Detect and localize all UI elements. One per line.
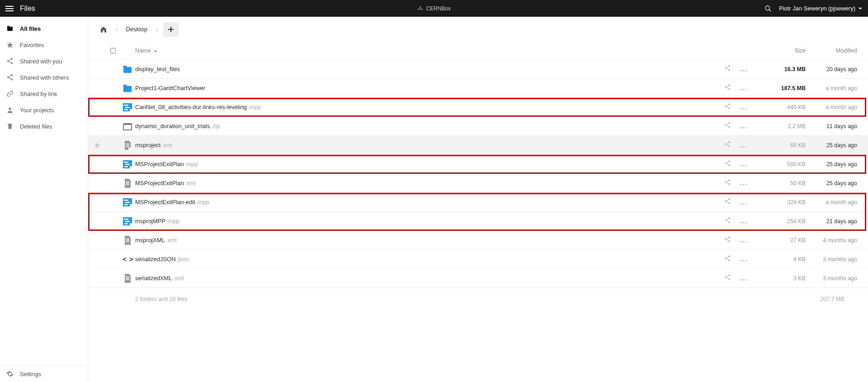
sidebar-item-shared-by-link[interactable]: Shared by link — [0, 86, 88, 102]
share-icon[interactable] — [724, 179, 731, 187]
svg-point-16 — [7, 76, 9, 78]
more-icon[interactable] — [740, 84, 747, 92]
more-icon[interactable] — [740, 122, 747, 130]
sidebar-item-favorites[interactable]: Favorites — [0, 37, 88, 53]
table-row[interactable]: serializedXML.xml3 KB3 months ago — [88, 269, 868, 288]
more-icon[interactable] — [740, 274, 747, 282]
user-menu[interactable]: Piotr Jan Seweryn (pjsewery) — [779, 5, 863, 12]
svg-rect-54 — [126, 146, 129, 147]
breadcrumb-home[interactable] — [94, 23, 113, 36]
menu-icon[interactable] — [5, 5, 14, 13]
file-name[interactable]: display_test_files — [135, 66, 715, 72]
mpp-file-icon — [122, 216, 133, 227]
file-modified: 11 days ago — [806, 123, 860, 129]
share-icon[interactable] — [724, 198, 731, 206]
svg-point-25 — [743, 70, 744, 71]
file-name[interactable]: CanNet_08_activities-dur-links-res-level… — [135, 104, 715, 110]
breadcrumb-item[interactable]: Desktop — [120, 23, 153, 35]
sidebar-settings[interactable]: Settings — [0, 366, 88, 382]
svg-point-80 — [743, 184, 744, 185]
svg-point-5 — [418, 9, 419, 10]
more-icon[interactable] — [740, 141, 747, 149]
svg-point-113 — [728, 255, 730, 257]
json-file-icon: < > — [123, 255, 133, 263]
svg-point-30 — [741, 89, 742, 90]
file-name[interactable]: dynamic_duration_unit_trials.zip — [135, 123, 715, 129]
favorite-toggle[interactable] — [88, 142, 106, 149]
svg-rect-0 — [5, 6, 14, 7]
svg-point-40 — [728, 107, 730, 109]
svg-point-100 — [728, 221, 730, 223]
toolbar: › Desktop › — [88, 17, 868, 42]
app-title[interactable]: Files — [20, 5, 35, 13]
svg-point-127 — [745, 279, 747, 280]
file-size: 65 KB — [756, 142, 806, 148]
table-row[interactable]: MSProjectExitPlan.xml50 KB25 days ago — [88, 174, 868, 193]
svg-line-9 — [421, 9, 421, 9]
sidebar-item-your-projects[interactable]: Your projects — [0, 102, 88, 118]
sidebar-item-shared-with-others[interactable]: Shared with others — [0, 69, 88, 86]
svg-rect-104 — [126, 239, 129, 239]
svg-point-31 — [743, 89, 744, 90]
share-icon[interactable] — [724, 84, 731, 92]
share-icon[interactable] — [724, 255, 731, 263]
more-icon[interactable] — [740, 160, 747, 168]
column-size[interactable]: Size — [756, 48, 806, 54]
select-all-checkbox[interactable] — [110, 48, 116, 53]
table-row[interactable]: Project1-GanttChartViewer187.5 MBa month… — [88, 79, 868, 98]
table-row[interactable]: MSProjectExitPlan.mpp560 KB25 days ago — [88, 155, 868, 174]
svg-point-89 — [728, 202, 730, 204]
more-icon[interactable] — [740, 179, 747, 187]
file-table: Name▲ Size Modified display_test_files16… — [88, 42, 868, 310]
sidebar-item-label: Shared by link — [20, 91, 57, 97]
file-modified: 20 days ago — [806, 66, 860, 72]
file-name[interactable]: MSProjectExitPlan.xml — [135, 180, 715, 186]
svg-rect-106 — [126, 241, 129, 242]
table-row[interactable]: display_test_files16.3 MB20 days ago — [88, 60, 868, 79]
column-name[interactable]: Name▲ — [135, 47, 715, 54]
table-row[interactable]: MSProjectExitPlan-edit.mpp328 KBa month … — [88, 193, 868, 212]
table-row[interactable]: msprojMPP.mpp254 KB21 days ago — [88, 212, 868, 231]
file-name[interactable]: serializedXML.xml — [135, 275, 715, 282]
share-icon[interactable] — [724, 274, 731, 282]
more-icon[interactable] — [740, 255, 747, 263]
more-icon[interactable] — [740, 198, 747, 206]
table-row[interactable]: msprojXML.xml27 KB4 months ago — [88, 231, 868, 250]
brand: CERNBox — [417, 5, 451, 12]
svg-point-39 — [725, 105, 727, 107]
file-name[interactable]: serializedJSON.json — [135, 256, 715, 263]
file-name[interactable]: MSProjectExitPlan-edit.mpp — [135, 199, 715, 205]
sidebar-item-deleted-files[interactable]: Deleted files — [0, 118, 88, 134]
table-row[interactable]: CanNet_08_activities-dur-links-res-level… — [88, 98, 868, 117]
share-icon[interactable] — [724, 141, 731, 149]
share-icon[interactable] — [724, 65, 731, 73]
file-name[interactable]: msprojXML.xml — [135, 237, 715, 244]
more-icon[interactable] — [740, 65, 747, 73]
more-icon[interactable] — [740, 103, 747, 111]
svg-point-15 — [11, 74, 13, 76]
table-row[interactable]: < >serializedJSON.json4 KB3 months ago — [88, 250, 868, 269]
column-modified[interactable]: Modified — [806, 48, 860, 54]
share-icon[interactable] — [724, 217, 731, 225]
svg-point-48 — [728, 126, 730, 128]
search-icon[interactable] — [764, 5, 772, 12]
share-icon[interactable] — [724, 103, 731, 111]
table-row[interactable]: dynamic_duration_unit_trials.zip2.2 MB11… — [88, 117, 868, 136]
svg-point-38 — [728, 103, 730, 105]
file-name[interactable]: MSProjectExitPlan.mpp — [135, 161, 715, 167]
file-name[interactable]: msproject.xml — [135, 142, 715, 148]
table-header: Name▲ Size Modified — [88, 42, 868, 60]
sidebar-item-all-files[interactable]: All files — [0, 20, 88, 37]
table-row[interactable]: msproject.xml65 KB25 days ago — [88, 136, 868, 155]
svg-point-10 — [765, 6, 769, 10]
add-button[interactable] — [163, 22, 179, 37]
svg-line-11 — [769, 10, 771, 11]
share-icon[interactable] — [724, 122, 731, 130]
sidebar-item-shared-with-you[interactable]: Shared with you — [0, 53, 88, 69]
share-icon[interactable] — [724, 160, 731, 168]
more-icon[interactable] — [740, 217, 747, 225]
more-icon[interactable] — [740, 236, 747, 244]
share-icon[interactable] — [724, 236, 731, 244]
file-name[interactable]: msprojMPP.mpp — [135, 218, 715, 224]
file-name[interactable]: Project1-GanttChartViewer — [135, 85, 715, 91]
